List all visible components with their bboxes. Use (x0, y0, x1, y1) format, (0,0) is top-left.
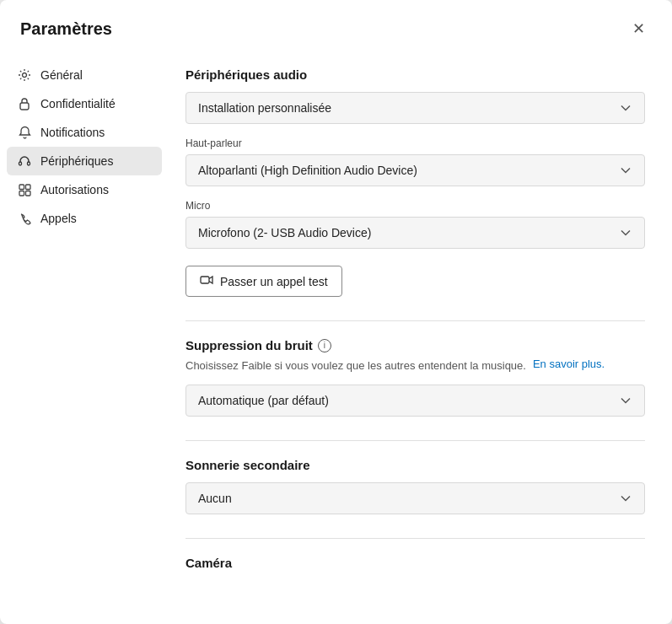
micro-label: Micro (185, 200, 645, 212)
modal-body: Général Confidentialité (0, 51, 672, 624)
sonnerie-value: Aucun (198, 492, 232, 505)
sidebar-label-notifications: Notifications (40, 126, 105, 139)
gear-icon (17, 67, 32, 83)
installation-dropdown[interactable]: Installation personnalisée (185, 92, 645, 124)
test-call-label: Passer un appel test (220, 275, 328, 288)
sidebar: Général Confidentialité (0, 51, 169, 624)
sidebar-label-peripheriques: Périphériques (40, 154, 113, 168)
headset-icon (17, 153, 32, 169)
haut-parleur-dropdown[interactable]: Altoparlanti (High Definition Audio Devi… (185, 154, 645, 186)
micro-dropdown[interactable]: Microfono (2- USB Audio Device) (185, 217, 645, 249)
settings-modal: Paramètres ✕ Général (0, 0, 672, 624)
test-call-icon (200, 273, 213, 289)
divider-1 (185, 320, 645, 321)
installation-value: Installation personnalisée (198, 101, 331, 115)
sidebar-item-autorisations[interactable]: Autorisations (7, 175, 162, 204)
main-content: Périphériques audio Installation personn… (169, 51, 672, 624)
micro-chevron-icon (619, 226, 632, 239)
sidebar-label-appels: Appels (40, 212, 77, 225)
sonnerie-section-title: Sonnerie secondaire (185, 458, 645, 472)
noise-desc-row: Choisissez Faible si vous voulez que les… (185, 358, 645, 374)
sidebar-item-notifications[interactable]: Notifications (7, 118, 162, 147)
noise-chevron-icon (619, 394, 632, 407)
sonnerie-dropdown[interactable]: Aucun (185, 482, 645, 514)
sonnerie-section: Sonnerie secondaire Aucun (185, 458, 645, 514)
camera-section: Caméra (185, 556, 645, 570)
divider-3 (185, 538, 645, 539)
sidebar-item-appels[interactable]: Appels (7, 204, 162, 233)
modal-title: Paramètres (20, 19, 112, 39)
grid-icon (17, 182, 32, 197)
phone-icon (17, 211, 32, 226)
noise-info-icon[interactable]: i (318, 339, 331, 352)
noise-title-row: Suppression du bruit i (185, 338, 645, 352)
sonnerie-chevron-icon (619, 492, 632, 505)
haut-parleur-value: Altoparlanti (High Definition Audio Devi… (198, 164, 417, 177)
sidebar-label-autorisations: Autorisations (40, 183, 109, 196)
camera-section-title: Caméra (185, 556, 645, 570)
haut-parleur-chevron-icon (619, 164, 632, 177)
audio-section: Périphériques audio Installation personn… (185, 67, 645, 297)
modal-header: Paramètres ✕ (0, 0, 672, 51)
svg-rect-2 (19, 162, 22, 165)
test-call-button[interactable]: Passer un appel test (185, 266, 342, 297)
haut-parleur-label: Haut-parleur (185, 137, 645, 149)
svg-rect-6 (19, 191, 24, 196)
sidebar-label-confidentialite: Confidentialité (40, 97, 116, 110)
noise-section-title: Suppression du bruit (185, 338, 313, 352)
svg-rect-7 (25, 191, 30, 196)
svg-point-0 (23, 73, 27, 78)
sidebar-item-confidentialite[interactable]: Confidentialité (7, 89, 162, 118)
sidebar-label-general: Général (40, 68, 83, 82)
close-button[interactable]: ✕ (625, 15, 652, 42)
micro-value: Microfono (2- USB Audio Device) (198, 226, 371, 239)
svg-rect-8 (201, 277, 209, 283)
noise-desc: Choisissez Faible si vous voulez que les… (185, 358, 526, 374)
svg-rect-3 (28, 162, 30, 165)
svg-rect-5 (25, 185, 30, 190)
divider-2 (185, 440, 645, 441)
installation-chevron-icon (619, 101, 632, 115)
close-icon: ✕ (632, 19, 645, 38)
sidebar-item-general[interactable]: Général (7, 61, 162, 89)
bell-icon (17, 125, 32, 140)
sidebar-item-peripheriques[interactable]: Périphériques (7, 147, 162, 175)
noise-dropdown[interactable]: Automatique (par défaut) (185, 385, 645, 417)
audio-section-title: Périphériques audio (185, 67, 645, 82)
svg-rect-4 (19, 185, 24, 190)
noise-section: Suppression du bruit i Choisissez Faible… (185, 338, 645, 417)
svg-rect-1 (20, 103, 29, 110)
lock-icon (17, 96, 32, 111)
noise-value: Automatique (par défaut) (198, 394, 329, 407)
noise-learn-more-link[interactable]: En savoir plus. (533, 358, 605, 370)
